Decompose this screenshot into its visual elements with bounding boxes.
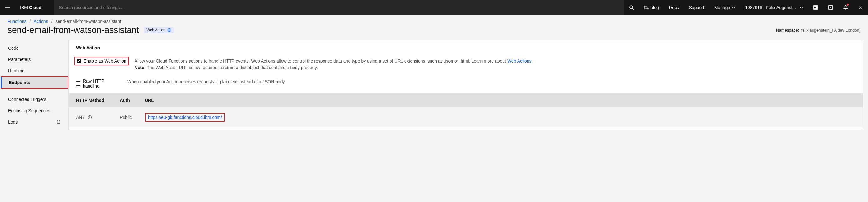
breadcrumb-actions[interactable]: Actions <box>34 19 48 24</box>
user-icon[interactable] <box>853 0 868 15</box>
svg-rect-2 <box>814 6 816 8</box>
page-title: send-email-from-watson-assistant <box>7 25 139 35</box>
breadcrumb-sep: / <box>30 19 31 24</box>
svg-rect-1 <box>813 6 817 10</box>
section-title: Web Action <box>68 40 863 55</box>
endpoint-table-header: HTTP Method Auth URL <box>68 94 863 107</box>
chevron-down-icon <box>800 7 803 8</box>
highlight-box: Endpoints <box>1 76 68 89</box>
auth-cell: Public <box>120 115 145 120</box>
title-row: send-email-from-watson-assistant Web Act… <box>7 25 861 35</box>
raw-http-desc: When enabled your Action receives reques… <box>127 78 855 85</box>
col-auth: Auth <box>120 98 145 103</box>
header-links: Catalog Docs Support Manage <box>639 0 740 15</box>
brand-cloud: Cloud <box>29 5 42 10</box>
sidebar-item-runtime[interactable]: Runtime <box>1 65 68 76</box>
sidebar-item-endpoints[interactable]: Endpoints <box>1 77 68 88</box>
notification-dot <box>847 4 848 6</box>
nav-docs[interactable]: Docs <box>664 0 684 15</box>
raw-http-checkbox[interactable] <box>76 81 81 86</box>
web-actions-link[interactable]: Web Actions <box>507 59 532 64</box>
account-switcher[interactable]: 1987916 - Felix Augenst... <box>740 0 808 15</box>
sidebar-item-label: Logs <box>8 120 18 125</box>
notification-icon[interactable] <box>838 0 853 15</box>
sidebar-item-label: Runtime <box>8 68 24 73</box>
sidebar-item-logs[interactable]: Logs <box>1 116 68 128</box>
nav-manage-label: Manage <box>714 5 730 10</box>
desc-text: Allow your Cloud Functions actions to ha… <box>134 59 507 64</box>
namespace-value: felix.augenstein_FA dev(London) <box>801 28 861 33</box>
info-icon[interactable] <box>88 115 92 120</box>
highlight-box: https://eu-gb.functions.cloud.ibm.com/ <box>145 113 225 122</box>
method-value: ANY <box>76 115 85 120</box>
edit-icon[interactable] <box>823 0 838 15</box>
note-label: Note: <box>134 65 146 70</box>
nav-manage[interactable]: Manage <box>709 0 740 15</box>
svg-point-0 <box>629 6 633 9</box>
desc-text: . <box>531 59 533 64</box>
chevron-down-icon <box>732 7 735 8</box>
svg-point-4 <box>860 6 861 7</box>
raw-http-row: Raw HTTP handling When enabled your Acti… <box>68 76 863 94</box>
sidebar-item-enclosing-sequences[interactable]: Enclosing Sequences <box>1 105 68 116</box>
launch-icon <box>56 120 61 124</box>
clipboard-icon[interactable] <box>808 0 823 15</box>
url-cell: https://eu-gb.functions.cloud.ibm.com/ <box>145 113 855 122</box>
raw-http-label: Raw HTTP handling <box>83 78 120 89</box>
sidebar-item-label: Endpoints <box>9 80 30 85</box>
search-input-wrap[interactable] <box>54 0 624 15</box>
sidebar-item-code[interactable]: Code <box>1 42 68 54</box>
page-header: Functions / Actions / send-email-from-wa… <box>0 15 868 40</box>
header-icons <box>808 0 868 15</box>
nav-catalog-label: Catalog <box>644 5 659 10</box>
nav-docs-label: Docs <box>669 5 679 10</box>
content-row: Code Parameters Runtime Endpoints Connec… <box>0 40 868 130</box>
search-icon[interactable] <box>624 0 639 15</box>
enable-web-action-control: Enable as Web Action <box>74 57 129 65</box>
breadcrumb-sep: / <box>51 19 52 24</box>
endpoint-url-link[interactable]: https://eu-gb.functions.cloud.ibm.com/ <box>148 115 222 120</box>
sidebar-item-connected-triggers[interactable]: Connected Triggers <box>1 94 68 105</box>
brand-ibm: IBM <box>20 5 28 10</box>
enable-web-action-checkbox[interactable] <box>77 59 81 63</box>
enable-web-action-label: Enable as Web Action <box>84 59 126 64</box>
sidebar-item-label: Parameters <box>8 57 31 62</box>
sidebar-item-label: Code <box>8 46 19 50</box>
breadcrumb-functions[interactable]: Functions <box>7 19 27 24</box>
badge-label: Web Action <box>147 28 165 32</box>
nav-support[interactable]: Support <box>684 0 709 15</box>
note-text: The Web Action URL below requires to ret… <box>146 65 318 70</box>
enable-web-action-row: Enable as Web Action Allow your Cloud Fu… <box>68 55 863 76</box>
menu-icon[interactable] <box>0 0 15 15</box>
method-cell: ANY <box>76 115 120 120</box>
col-method: HTTP Method <box>76 98 120 103</box>
endpoint-table-row: ANY Public https://eu-gb.functions.cloud… <box>68 107 863 127</box>
namespace-label: Namespace: <box>776 28 799 33</box>
web-action-badge: Web Action <box>144 27 173 33</box>
sidebar-item-parameters[interactable]: Parameters <box>1 54 68 65</box>
account-label: 1987916 - Felix Augenst... <box>745 5 796 10</box>
enable-web-action-desc: Allow your Cloud Functions actions to ha… <box>134 58 855 71</box>
nav-catalog[interactable]: Catalog <box>639 0 664 15</box>
search-input[interactable] <box>59 5 619 10</box>
brand[interactable]: IBM Cloud <box>15 5 46 10</box>
main-panel: Web Action Enable as Web Action Allow yo… <box>68 40 863 130</box>
sidebar-item-label: Enclosing Sequences <box>8 108 51 113</box>
raw-http-control: Raw HTTP handling <box>76 78 120 89</box>
sidebar: Code Parameters Runtime Endpoints Connec… <box>0 40 68 130</box>
sidebar-item-label: Connected Triggers <box>8 97 46 102</box>
breadcrumb: Functions / Actions / send-email-from-wa… <box>7 19 861 24</box>
col-url: URL <box>145 98 855 103</box>
global-header: IBM Cloud Catalog Docs Support Manage 19… <box>0 0 868 15</box>
globe-icon <box>167 28 171 32</box>
namespace: Namespace: felix.augenstein_FA dev(Londo… <box>776 28 861 33</box>
breadcrumb-current: send-email-from-watson-assistant <box>55 19 121 24</box>
nav-support-label: Support <box>689 5 704 10</box>
